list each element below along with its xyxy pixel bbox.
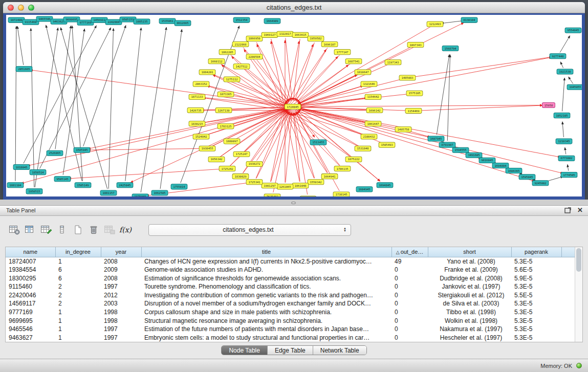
- network-node[interactable]: 1950515: [26, 189, 42, 194]
- network-node[interactable]: 9505145: [54, 177, 71, 182]
- network-edge[interactable]: [565, 147, 566, 154]
- network-node[interactable]: 1945055: [567, 84, 582, 90]
- network-edge[interactable]: [293, 39, 300, 100]
- network-node[interactable]: 1664941: [321, 174, 338, 179]
- network-node[interactable]: 1604945: [356, 187, 373, 192]
- network-node[interactable]: 6773802: [558, 156, 575, 161]
- network-edge[interactable]: [295, 113, 315, 178]
- network-node[interactable]: 1261065: [277, 184, 293, 189]
- network-node[interactable]: 1085235: [134, 19, 150, 24]
- network-edge[interactable]: [562, 78, 565, 112]
- network-node[interactable]: 1663615: [292, 32, 309, 37]
- network-edge[interactable]: [297, 57, 552, 106]
- network-node[interactable]: 1725247: [233, 151, 250, 157]
- zoom-traffic-button[interactable]: [28, 5, 34, 11]
- network-edge[interactable]: [271, 113, 291, 182]
- network-node[interactable]: 1938272: [246, 161, 263, 166]
- network-edge[interactable]: [130, 108, 289, 183]
- table-row[interactable]: 1830029562008Estimation of significance …: [6, 274, 575, 283]
- network-edge[interactable]: [125, 28, 141, 181]
- table-row[interactable]: 911546021997Tourette syndrome. Phenomeno…: [6, 282, 575, 291]
- column-header-short[interactable]: short: [428, 247, 511, 257]
- network-edge[interactable]: [560, 36, 570, 53]
- network-node[interactable]: 1052105: [554, 113, 570, 118]
- network-node[interactable]: 1696107: [321, 41, 338, 47]
- table-row[interactable]: 1872400712008Changes of HCN gene express…: [6, 257, 575, 266]
- network-node[interactable]: 1687541: [345, 59, 362, 64]
- network-node[interactable]: 9277440: [550, 54, 566, 59]
- network-edge[interactable]: [297, 105, 542, 107]
- network-edge[interactable]: [569, 77, 573, 83]
- network-node[interactable]: 2242004: [105, 19, 122, 25]
- network-node[interactable]: 2100432: [361, 134, 377, 139]
- delete-trash-button[interactable]: [86, 223, 101, 237]
- network-node[interactable]: 1881104: [7, 183, 24, 188]
- network-node[interactable]: 1456911: [91, 17, 107, 23]
- network-node[interactable]: 1921530: [557, 69, 573, 74]
- table-row[interactable]: 969969511998Structural magnetic resonanc…: [6, 317, 575, 325]
- network-edge[interactable]: [30, 70, 289, 106]
- network-edge[interactable]: [298, 110, 359, 146]
- column-header-year[interactable]: year: [101, 247, 141, 257]
- network-node[interactable]: 1959582: [308, 36, 324, 41]
- network-edge[interactable]: [357, 162, 380, 182]
- network-edge[interactable]: [562, 122, 563, 137]
- function-builder-button[interactable]: f(x): [118, 223, 133, 237]
- network-edge[interactable]: [88, 148, 203, 150]
- network-node[interactable]: 1786135: [334, 166, 351, 171]
- network-node[interactable]: 1774505: [561, 172, 577, 178]
- network-node[interactable]: 1866950: [246, 36, 263, 41]
- network-node[interactable]: 1662505: [151, 190, 168, 195]
- network-node[interactable]: 1575105: [406, 91, 423, 96]
- network-edge[interactable]: [297, 107, 560, 157]
- network-window-titlebar[interactable]: citations_edges.txt: [3, 2, 585, 13]
- float-panel-icon[interactable]: [564, 207, 571, 213]
- network-node[interactable]: 1725341: [246, 180, 263, 185]
- add-column-button[interactable]: [55, 223, 69, 237]
- network-node[interactable]: 1880097: [224, 139, 240, 144]
- network-edge[interactable]: [83, 25, 126, 146]
- network-node[interactable]: 1568794: [442, 46, 459, 51]
- network-edge[interactable]: [418, 105, 542, 111]
- network-node[interactable]: 1485083: [399, 75, 416, 80]
- network-node[interactable]: 1738145: [333, 192, 350, 196]
- network-node[interactable]: 9554045: [565, 28, 581, 33]
- column-header-title[interactable]: title: [141, 247, 391, 257]
- network-node[interactable]: 1783125: [217, 124, 234, 129]
- tab-edge-table[interactable]: Edge Table: [268, 346, 313, 355]
- network-node[interactable]: 1212493: [427, 21, 443, 27]
- network-edge[interactable]: [293, 113, 300, 182]
- network-node[interactable]: 9245002: [532, 181, 549, 186]
- network-node[interactable]: 1535061: [159, 18, 176, 24]
- network-edge[interactable]: [220, 110, 288, 157]
- network-edge[interactable]: [568, 164, 569, 170]
- network-canvas[interactable]: 1724045169614218616472100432153184818752…: [6, 15, 582, 196]
- network-node[interactable]: 1861048: [292, 183, 309, 188]
- network-node[interactable]: 1595045: [519, 174, 535, 180]
- table-row[interactable]: 946362711997Embryonic stem cells: a mode…: [6, 334, 575, 342]
- network-node[interactable]: 1197343: [385, 60, 401, 65]
- network-node[interactable]: 9465546: [36, 16, 53, 21]
- table-scrollbar[interactable]: [575, 247, 582, 342]
- network-edge[interactable]: [35, 28, 58, 187]
- tab-node-table[interactable]: Node Table: [222, 346, 268, 355]
- network-edge[interactable]: [447, 55, 450, 141]
- network-node[interactable]: 1938455: [199, 146, 215, 151]
- network-node[interactable]: 9816045: [479, 158, 495, 163]
- network-node[interactable]: 1275112: [224, 77, 240, 82]
- network-node[interactable]: 1512354: [233, 17, 250, 23]
- network-node[interactable]: 1524842: [193, 134, 209, 139]
- network-node[interactable]: 1427512: [233, 64, 250, 69]
- new-document-button[interactable]: [71, 223, 85, 237]
- network-edge[interactable]: [437, 54, 449, 135]
- network-node[interactable]: 1604365: [506, 168, 522, 173]
- network-node[interactable]: 2063152: [193, 81, 209, 86]
- network-node[interactable]: 1881157: [100, 190, 117, 195]
- network-node[interactable]: 1871133: [189, 94, 205, 99]
- network-edge[interactable]: [88, 107, 289, 149]
- table-settings-button[interactable]: [7, 223, 21, 237]
- network-node[interactable]: 1321646: [361, 81, 377, 86]
- import-table-disabled-button[interactable]: [102, 223, 117, 237]
- network-node[interactable]: 1810647: [355, 70, 371, 75]
- minimize-traffic-button[interactable]: [18, 5, 24, 11]
